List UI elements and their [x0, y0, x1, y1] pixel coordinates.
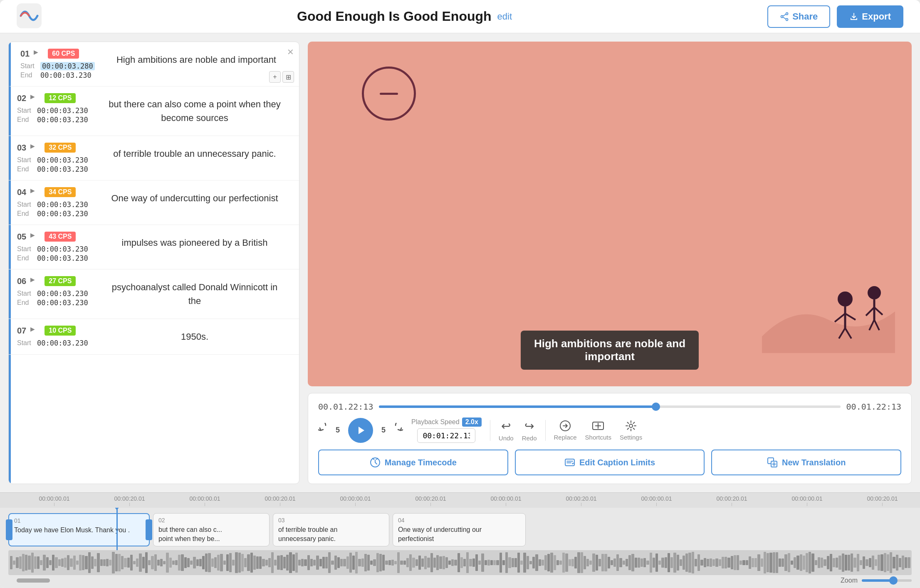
timeline-bar[interactable] [379, 405, 840, 408]
ruler-tick [581, 503, 581, 506]
edit-link[interactable]: edit [497, 11, 512, 22]
export-button[interactable]: Export [837, 5, 903, 28]
svg-marker-19 [359, 427, 364, 434]
start-label: Start [17, 156, 34, 164]
skip-forward-button[interactable]: 5 [381, 423, 403, 438]
svg-line-5 [783, 14, 786, 16]
waveform [8, 550, 912, 575]
clip-text[interactable]: but there can also c...point when they b… [158, 525, 264, 544]
horizontal-scrollbar[interactable] [17, 578, 50, 583]
svg-line-10 [845, 314, 856, 320]
end-value[interactable]: 00:00:03.230 [37, 299, 88, 307]
clip-text[interactable]: of terrible trouble anunnecessary panic. [278, 525, 384, 544]
zoom-control: Zoom [841, 577, 912, 584]
start-value[interactable]: 00:00:03.230 [37, 245, 88, 253]
clip-handle-left[interactable] [6, 519, 12, 540]
clip-text[interactable]: One way of undercutting ourperfectionist [398, 525, 520, 544]
caption-row[interactable]: 03 ▶ 32 CPS Start 00:00:03.230 End 00 [9, 136, 299, 180]
ruler-mark: 00:00:00.01 [39, 495, 70, 506]
end-value[interactable]: 00:00:03.230 [37, 254, 88, 262]
play-pause-button[interactable] [348, 418, 373, 443]
undo-button[interactable]: ↩ Undo [499, 419, 514, 442]
play-icon[interactable]: ▶ [30, 326, 40, 336]
timeline-clip[interactable]: 02 but there can also c...point when the… [153, 513, 270, 546]
subtitle-text: High ambitions are noble andimportant [534, 337, 685, 363]
replace-button[interactable]: Replace [554, 420, 577, 441]
timeline-clip[interactable]: 04 One way of undercutting ourperfection… [393, 513, 526, 546]
caption-row[interactable]: 02 ▶ 12 CPS Start 00:00:03.230 End 00 [9, 86, 299, 136]
add-buttons: + ⊞ [269, 71, 294, 83]
right-panel: High ambitions are noble andimportant 00… [308, 42, 912, 484]
ruler-mark: 00:00:00.01 [190, 495, 220, 506]
close-icon[interactable]: ✕ [287, 47, 294, 57]
play-icon[interactable]: ▶ [30, 232, 40, 242]
start-value[interactable]: 00:00:03.280 [40, 62, 95, 70]
add-below-btn[interactable]: ⊞ [282, 71, 294, 83]
start-label: Start [17, 245, 34, 253]
share-button[interactable]: Share [767, 5, 830, 28]
clip-text[interactable]: Today we have Elon Musk. Thank you . [14, 526, 144, 535]
new-translation-label: New Translation [782, 458, 846, 467]
skip-back-button[interactable]: 5 [318, 423, 340, 438]
caption-text[interactable]: of terrible trouble an unnecessary panic… [99, 143, 291, 165]
timeline-playhead[interactable] [116, 508, 118, 550]
bottom-bar: Zoom [0, 575, 920, 586]
caption-row[interactable]: ✕ 01 ▶ 60 CPS Start 00:00:03.280 [9, 42, 299, 86]
play-icon[interactable]: ▶ [30, 187, 40, 197]
waveform-bars [8, 550, 912, 575]
start-value[interactable]: 00:00:03.230 [37, 289, 88, 298]
start-value[interactable]: 00:00:03.230 [37, 156, 88, 164]
settings-button[interactable]: Settings [620, 420, 642, 441]
add-above-btn[interactable]: + [269, 71, 281, 83]
tracks-area: 01 Today we have Elon Musk. Thank you . … [0, 508, 920, 550]
scrollbar-thumb[interactable] [17, 578, 50, 583]
zoom-track[interactable] [862, 579, 912, 582]
end-label: End [17, 299, 34, 306]
play-icon[interactable]: ▶ [34, 49, 44, 59]
caption-row[interactable]: 06 ▶ 27 CPS Start 00:00:03.230 End 00 [9, 269, 299, 319]
redo-button[interactable]: ↪ Redo [522, 419, 537, 442]
time-right: 00.01.22:13 [846, 402, 901, 412]
end-label: End [17, 116, 34, 124]
play-icon[interactable]: ▶ [30, 93, 40, 103]
end-value[interactable]: 00:00:03.230 [37, 210, 88, 218]
zoom-thumb[interactable] [889, 576, 898, 585]
clip-handle-right[interactable] [146, 519, 152, 540]
caption-text[interactable]: High ambitions are noble and important [102, 49, 291, 71]
edit-caption-limits-button[interactable]: Edit Caption Limits [515, 450, 705, 475]
caption-text[interactable]: but there can also come a point when the… [99, 93, 291, 129]
caption-text[interactable]: impulses was pioneered by a British [99, 232, 291, 254]
start-value[interactable]: 00:00:03.230 [37, 339, 88, 347]
caption-text[interactable]: One way of undercutting our perfectionis… [99, 187, 291, 209]
logo [17, 3, 42, 30]
timeline-thumb[interactable] [652, 403, 660, 411]
timeline-clip[interactable]: 03 of terrible trouble anunnecessary pan… [273, 513, 389, 546]
play-icon[interactable]: ▶ [30, 143, 40, 153]
start-value[interactable]: 00:00:03.230 [37, 106, 88, 115]
end-value[interactable]: 00:00:03.230 [37, 116, 88, 124]
manage-timecode-label: Manage Timecode [385, 458, 457, 467]
caption-text[interactable]: 1950s. [99, 326, 291, 348]
shortcuts-button[interactable]: Shortcuts [585, 420, 611, 441]
separator [490, 420, 490, 441]
new-translation-button[interactable]: New Translation [711, 450, 901, 475]
play-icon[interactable]: ▶ [30, 276, 40, 286]
caption-text[interactable]: psychoanalyst called Donald Winnicott in… [99, 276, 291, 312]
cps-badge: 27 CPS [45, 276, 76, 286]
end-value[interactable]: 00:00:03.230 [40, 71, 92, 79]
ruler-mark: 00:00:20.01 [265, 495, 296, 506]
timeline-clip[interactable]: 01 Today we have Elon Musk. Thank you . [8, 513, 150, 546]
caption-row[interactable]: 07 ▶ 10 CPS Start 00:00:03.230 1950s. [9, 319, 299, 355]
end-value[interactable]: 00:00:03.230 [37, 165, 88, 173]
manage-timecode-button[interactable]: Manage Timecode [318, 450, 508, 475]
caption-row[interactable]: 04 ▶ 34 CPS Start 00:00:03.230 End 00 [9, 180, 299, 225]
skip-fwd-label: 5 [381, 426, 386, 435]
video-circle [362, 67, 416, 121]
svg-point-2 [781, 15, 783, 17]
time-input[interactable] [417, 428, 475, 443]
skip-back-label: 5 [336, 426, 340, 435]
start-value[interactable]: 00:00:03.230 [37, 200, 88, 209]
caption-row[interactable]: 05 ▶ 43 CPS Start 00:00:03.230 End 00 [9, 225, 299, 269]
timeline-bottom: 00:00:00.01 00:00:20.01 00:00:00.01 00:0… [0, 492, 920, 588]
playback-speed-badge[interactable]: 2.0x [462, 418, 482, 427]
